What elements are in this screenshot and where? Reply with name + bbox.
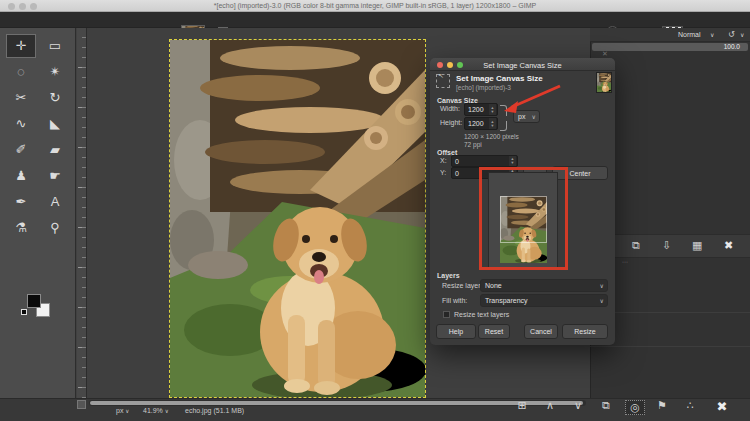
offset-x-spinner[interactable]: ▴▾ (509, 156, 516, 166)
width-input[interactable]: 1200 ▴▾ (464, 103, 498, 116)
width-value: 1200 (468, 106, 484, 113)
scatter-icon[interactable]: ∴ (680, 399, 700, 412)
zoom-value: 41.9% (143, 407, 163, 414)
gimp-window: *[echo] (imported)-3.0 (RGB color 8-bit … (0, 0, 750, 421)
move-icon: ✛ (16, 38, 27, 53)
zoom-icon: ⚲ (50, 220, 60, 235)
dialog-thumbnail (596, 72, 612, 93)
tool-unified-transform[interactable]: ↻ (40, 86, 70, 110)
vertical-ruler (77, 28, 87, 398)
fill-with-dropdown[interactable]: Transparency ∨ (480, 294, 608, 307)
reset-button[interactable]: Reset (478, 324, 510, 339)
panel-divider (590, 346, 750, 347)
puppy-photo (170, 40, 425, 397)
offset-x-value: 0 (455, 158, 459, 165)
height-label: Height: (440, 119, 462, 126)
tool-fuzzy-select[interactable]: ✴ (40, 60, 70, 84)
merge-down-icon[interactable]: ⇩ (662, 239, 671, 252)
file-info: echo.jpg (51.1 MB) (185, 407, 244, 414)
dropdown-chevron-icon: ∨ (600, 297, 604, 304)
unit-chevron-icon: ∨ (125, 408, 129, 414)
fill-with-label: Fill with: (442, 297, 467, 304)
toolbox: ✛ ▭ ◌ ✴ ✂ ↻ ∿ ◣ ✐ ▰ ♟ ☛ ✒ A ⚗ ⚲ (0, 28, 76, 421)
duplicate-icon[interactable]: ⧉ (632, 239, 640, 252)
default-colors-icon[interactable] (21, 309, 27, 315)
unit-dropdown[interactable]: px ∨ (116, 407, 129, 414)
dialog-titlebar: Set Image Canvas Size (430, 58, 615, 71)
tool-ink[interactable]: ✒ (6, 190, 36, 214)
help-button[interactable]: Help (436, 324, 476, 339)
resize-text-layers-checkbox[interactable] (443, 311, 450, 318)
window-title: *[echo] (imported)-3.0 (RGB color 8-bit … (0, 2, 750, 9)
resize-layers-dropdown[interactable]: None ∨ (480, 279, 608, 292)
opacity-slider[interactable]: 100.0 (592, 43, 748, 51)
new-layer-icon[interactable]: ⊞ (512, 399, 532, 412)
tool-text[interactable]: A (40, 190, 70, 214)
tool-bucket-fill[interactable]: ◣ (40, 112, 70, 136)
text-icon: A (51, 194, 60, 209)
size-summary: 1200 × 1200 pixels (464, 133, 519, 140)
width-spinner[interactable]: ▴▾ (489, 104, 496, 115)
tool-warp-transform[interactable]: ∿ (6, 112, 36, 136)
tool-eraser[interactable]: ▰ (40, 138, 70, 162)
warp-transform-icon: ∿ (16, 116, 27, 131)
offset-x-input[interactable]: 0 ▴▾ (451, 155, 518, 167)
quick-mask-toggle[interactable] (77, 400, 86, 409)
opacity-value: 100.0 (724, 43, 740, 51)
gimp-topbar: ▪ ≡ Brushes ⊡ (0, 12, 750, 28)
layers-section-label: Layers (437, 272, 460, 279)
smudge-icon: ☛ (49, 168, 61, 183)
tool-move[interactable]: ✛ (6, 34, 36, 58)
crop-icon: ✂ (16, 90, 27, 105)
height-input[interactable]: 1200 ▴▾ (464, 117, 498, 130)
unit-value: px (116, 407, 123, 414)
mode-options-chevron-icon[interactable]: ∨ (740, 31, 744, 38)
tool-crop[interactable]: ✂ (6, 86, 36, 110)
merge-layer-icon[interactable]: ⚑ (652, 399, 672, 412)
canvas-image[interactable] (170, 40, 425, 397)
height-spinner[interactable]: ▴▾ (489, 118, 496, 129)
fill-with-value: Transparency (485, 297, 528, 304)
width-label: Width: (440, 105, 460, 112)
lock-icon[interactable]: ✕ (602, 50, 608, 58)
mode-chevron-icon[interactable]: ∨ (710, 31, 714, 38)
tool-smudge[interactable]: ☛ (40, 164, 70, 188)
tool-clone[interactable]: ♟ (6, 164, 36, 188)
scrollbar-thumb[interactable] (90, 401, 583, 405)
delete-layer-icon[interactable]: ✖ (712, 399, 732, 414)
tool-zoom[interactable]: ⚲ (40, 216, 70, 240)
spin-down-icon: ▾ (491, 124, 493, 128)
offset-y-label: Y: (440, 169, 446, 176)
annotation-rectangle (479, 167, 568, 270)
mac-titlebar: *[echo] (imported)-3.0 (RGB color 8-bit … (0, 0, 750, 12)
cancel-button[interactable]: Cancel (524, 324, 558, 339)
mask-icon[interactable]: ▦ (692, 239, 702, 252)
zoom-chevron-icon: ∨ (165, 408, 169, 414)
duplicate-layer-icon[interactable]: ⧉ (596, 399, 616, 412)
bucket-fill-icon: ◣ (50, 116, 60, 131)
dropdown-chevron-icon: ∨ (600, 282, 604, 289)
delete-icon[interactable]: ✖ (724, 239, 733, 252)
tool-free-select[interactable]: ◌ (6, 60, 36, 84)
color-picker-icon: ⚗ (15, 220, 27, 235)
layer-mode-row: Normal ∨ ↺ ∨ (590, 28, 750, 42)
unified-transform-icon: ↻ (50, 90, 61, 105)
zoom-dropdown[interactable]: 41.9% ∨ (143, 407, 169, 414)
tool-paintbrush[interactable]: ✐ (6, 138, 36, 162)
anchor-layer-icon[interactable]: ◎ (625, 400, 645, 415)
tool-rectangle-select[interactable]: ▭ (40, 34, 70, 58)
tool-color-picker[interactable]: ⚗ (6, 216, 36, 240)
resize-text-layers-label: Resize text layers (454, 311, 509, 318)
foreground-color-swatch[interactable] (27, 294, 41, 308)
lower-layer-icon[interactable]: ∨ (568, 399, 588, 412)
resize-button[interactable]: Resize (562, 324, 608, 339)
rectangle-select-icon: ▭ (49, 38, 61, 53)
mode-reset-icon[interactable]: ↺ (728, 30, 735, 39)
eraser-icon: ▰ (50, 142, 60, 157)
height-value: 1200 (468, 120, 484, 127)
raise-layer-icon[interactable]: ∧ (540, 399, 560, 412)
layer-mode-value[interactable]: Normal (678, 31, 701, 38)
clone-icon: ♟ (15, 168, 27, 183)
offset-x-label: X: (440, 157, 447, 164)
ppi-value: 72 ppi (464, 141, 482, 148)
